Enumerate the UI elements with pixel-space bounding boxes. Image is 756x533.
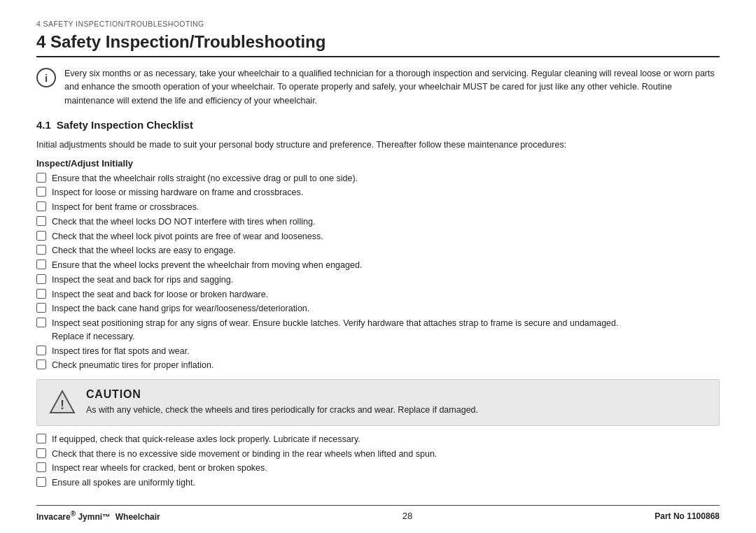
caution-text: As with any vehicle, check the wheels an… [86, 404, 708, 417]
list-item: Inspect for loose or missing hardware on… [36, 186, 720, 199]
checkbox-icon [36, 260, 46, 269]
subsection-number: 4.1 [36, 119, 51, 131]
checklist-before: Ensure that the wheelchair rolls straigh… [36, 172, 720, 373]
checkbox-icon [36, 231, 46, 241]
checkbox-icon [36, 201, 46, 211]
part-number: Part No 1100868 [654, 511, 720, 521]
info-icon: i [36, 68, 56, 87]
caution-content: CAUTION As with any vehicle, check the w… [86, 388, 708, 417]
checkbox-icon [36, 448, 46, 458]
checkbox-icon [36, 216, 46, 226]
subsection-title: Safety Inspection Checklist [57, 119, 193, 131]
list-item: Inspect the seat and back for loose or b… [36, 288, 720, 301]
list-item: Check that the wheel locks DO NOT interf… [36, 215, 720, 229]
page-number: 28 [402, 511, 412, 521]
caution-warning-icon: ! [48, 388, 76, 416]
breadcrumb: 4 SAFETY INSPECTION/TROUBLESHOOTING [36, 20, 720, 28]
caution-title: CAUTION [86, 388, 708, 401]
checkbox-icon [36, 462, 46, 472]
list-item: Ensure that the wheel locks prevent the … [36, 259, 720, 272]
intro-text: Initial adjustments should be made to su… [36, 138, 720, 152]
footer-brand: Invacare® Jymni™ Wheelchair [36, 510, 160, 522]
checkbox-icon [36, 173, 46, 183]
list-item: Inspect tires for flat spots and wear. [36, 345, 720, 358]
page: 4 SAFETY INSPECTION/TROUBLESHOOTING 4 Sa… [0, 0, 756, 533]
page-footer: Invacare® Jymni™ Wheelchair 28 Part No 1… [36, 505, 720, 522]
checkbox-icon [36, 303, 46, 313]
checkbox-icon [36, 318, 46, 327]
svg-text:!: ! [60, 398, 64, 412]
checkbox-icon [36, 289, 46, 299]
list-item: Inspect the back cane hand grips for wea… [36, 302, 720, 315]
checkbox-icon [36, 346, 46, 355]
list-item: Ensure all spokes are uniformly tight. [36, 476, 720, 490]
checkbox-icon [36, 477, 46, 487]
subsection-header: 4.1 Safety Inspection Checklist [36, 119, 720, 135]
info-paragraph: Every six months or as necessary, take y… [64, 67, 720, 108]
list-item: Inspect seat positioning strap for any s… [36, 317, 720, 343]
list-item: Check that there is no excessive side mo… [36, 448, 720, 461]
checkbox-icon [36, 360, 46, 369]
checklist-after: If equipped, check that quick-release ax… [36, 433, 720, 490]
list-item: If equipped, check that quick-release ax… [36, 433, 720, 446]
list-item: Ensure that the wheelchair rolls straigh… [36, 172, 720, 185]
checkbox-icon [36, 274, 46, 284]
inspect-label: Inspect/Adjust Initially [36, 158, 720, 169]
list-item: Inspect for bent frame or crossbraces. [36, 201, 720, 214]
checkbox-icon [36, 434, 46, 443]
list-item: Check that the wheel lock pivot points a… [36, 230, 720, 243]
checkbox-icon [36, 187, 46, 197]
list-item: Check pneumatic tires for proper inflati… [36, 359, 720, 372]
list-item: Inspect rear wheels for cracked, bent or… [36, 462, 720, 475]
list-item: Inspect the seat and back for rips and s… [36, 273, 720, 287]
checkbox-icon [36, 245, 46, 255]
list-item: Check that the wheel locks are easy to e… [36, 244, 720, 257]
section-title: 4 Safety Inspection/Troubleshooting [36, 32, 720, 57]
info-box: i Every six months or as necessary, take… [36, 67, 720, 108]
caution-box: ! CAUTION As with any vehicle, check the… [36, 379, 720, 426]
